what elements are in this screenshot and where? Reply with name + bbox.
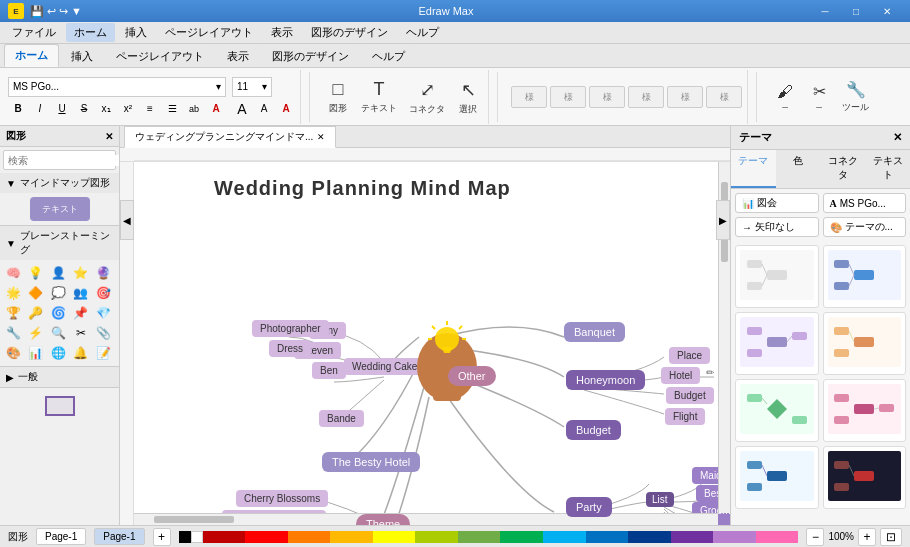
font-increase-button[interactable]: A <box>232 100 252 118</box>
horizontal-scroll-thumb[interactable] <box>154 516 234 523</box>
superscript-button[interactable]: x² <box>118 100 138 118</box>
node-budget-sub[interactable]: Budget <box>666 387 714 404</box>
brainstorm-item-15[interactable]: 💎 <box>94 304 112 322</box>
color-swatch-green2[interactable] <box>500 531 543 543</box>
node-hotel[interactable]: Hotel <box>661 367 700 384</box>
fit-page-button[interactable]: ⊡ <box>880 528 902 546</box>
more-icon[interactable]: ▼ <box>71 5 82 18</box>
color-swatch-black[interactable] <box>179 531 191 543</box>
list-button[interactable]: ≡ <box>140 100 160 118</box>
node-party[interactable]: Party <box>566 497 612 517</box>
search-input[interactable] <box>4 155 120 166</box>
theme-card-4[interactable] <box>823 312 907 375</box>
color-swatch-purple1[interactable] <box>671 531 714 543</box>
node-honeymoon[interactable]: Honeymoon <box>566 370 645 390</box>
ribbon-tab-help[interactable]: ヘルプ <box>361 45 416 67</box>
collapse-sidebar-btn[interactable]: ◀ <box>120 200 134 240</box>
horizontal-scrollbar[interactable] <box>134 513 718 525</box>
clear-button[interactable]: A <box>206 100 226 118</box>
brainstorm-item-21[interactable]: 🎨 <box>4 344 22 362</box>
brainstorm-item-17[interactable]: ⚡ <box>27 324 45 342</box>
brainstorm-item-6[interactable]: 🌟 <box>4 284 22 302</box>
node-list[interactable]: List <box>646 492 674 507</box>
ribbon-tab-page[interactable]: ページレイアウト <box>105 45 215 67</box>
menu-file[interactable]: ファイル <box>4 23 64 42</box>
brainstorm-item-22[interactable]: 📊 <box>27 344 45 362</box>
menu-shape-design[interactable]: 図形のデザイン <box>303 23 396 42</box>
zoom-out-button[interactable]: − <box>806 528 824 546</box>
brainstorm-item-2[interactable]: 💡 <box>27 264 45 282</box>
font-size-selector[interactable]: 11 ▾ <box>232 77 272 97</box>
node-dress[interactable]: Dress <box>269 340 311 357</box>
close-button[interactable]: ✕ <box>872 0 902 22</box>
brainstorm-item-5[interactable]: 🔮 <box>94 264 112 282</box>
color-swatch-yellow2[interactable] <box>415 531 458 543</box>
theme-opt-font[interactable]: A MS PGo... <box>823 193 907 213</box>
panel-section-header-brainstorm[interactable]: ▼ ブレーンストーミング <box>0 226 119 260</box>
theme-opt-style[interactable]: 🎨 テーマの... <box>823 217 907 237</box>
paint-button[interactable]: 🖌 ─ <box>769 70 801 124</box>
mindmap-shape-item[interactable]: テキスト <box>30 197 90 221</box>
brainstorm-item-11[interactable]: 🏆 <box>4 304 22 322</box>
color-swatch-yellow[interactable] <box>373 531 416 543</box>
menu-home[interactable]: ホーム <box>66 23 115 42</box>
canvas-scroll[interactable]: Wedding Planning Mind Map <box>134 162 730 525</box>
bold-button[interactable]: B <box>8 100 28 118</box>
panel-section-header-general[interactable]: ▶ 一般 <box>0 367 119 387</box>
brainstorm-item-8[interactable]: 💭 <box>49 284 67 302</box>
redo-icon[interactable]: ↪ <box>59 5 68 18</box>
color-swatch-green1[interactable] <box>458 531 501 543</box>
save-icon[interactable]: 💾 <box>30 5 44 18</box>
brainstorm-item-13[interactable]: 🌀 <box>49 304 67 322</box>
brainstorm-item-10[interactable]: 🎯 <box>94 284 112 302</box>
node-photographer[interactable]: Photographer <box>252 320 329 337</box>
search-box[interactable]: 🔍 <box>3 150 116 170</box>
panel-close-icon[interactable]: ✕ <box>105 131 113 142</box>
node-cherry[interactable]: Cherry Blossoms <box>236 490 328 507</box>
brainstorm-item-19[interactable]: ✂ <box>72 324 90 342</box>
node-besty-hotel[interactable]: The Besty Hotel <box>322 452 420 472</box>
color-swatch-purple2[interactable] <box>713 531 756 543</box>
brainstorm-item-23[interactable]: 🌐 <box>49 344 67 362</box>
color-swatch-blue1[interactable] <box>586 531 629 543</box>
page-tab-1[interactable]: Page-1 <box>36 528 86 545</box>
theme-card-6[interactable] <box>823 379 907 442</box>
color-swatch-orange1[interactable] <box>288 531 331 543</box>
style-preset-3[interactable]: 様 <box>589 86 625 108</box>
brainstorm-item-1[interactable]: 🧠 <box>4 264 22 282</box>
ribbon-tab-insert[interactable]: 挿入 <box>60 45 104 67</box>
style-preset-6[interactable]: 様 <box>706 86 742 108</box>
page-name[interactable]: Page-1 <box>94 528 144 545</box>
ribbon-tab-home[interactable]: ホーム <box>4 44 59 67</box>
brainstorm-item-12[interactable]: 🔑 <box>27 304 45 322</box>
undo-icon[interactable]: ↩ <box>47 5 56 18</box>
right-panel-close-icon[interactable]: ✕ <box>893 131 902 144</box>
color-swatch-red2[interactable] <box>245 531 288 543</box>
theme-card-8[interactable] <box>823 446 907 509</box>
style-preset-4[interactable]: 様 <box>628 86 664 108</box>
right-tab-text[interactable]: テキスト <box>865 150 910 188</box>
zoom-in-button[interactable]: + <box>858 528 876 546</box>
theme-opt-connector[interactable]: → 矢印なし <box>735 217 819 237</box>
ribbon-tab-design[interactable]: 図形のデザイン <box>261 45 360 67</box>
text-button[interactable]: T テキスト <box>356 70 402 124</box>
menu-insert[interactable]: 挿入 <box>117 23 155 42</box>
node-flight[interactable]: Flight <box>665 408 705 425</box>
minimize-button[interactable]: ─ <box>810 0 840 22</box>
tools-button[interactable]: 🔧 ツール <box>837 70 874 124</box>
menu-help[interactable]: ヘルプ <box>398 23 447 42</box>
brainstorm-item-9[interactable]: 👥 <box>72 284 90 302</box>
theme-card-5[interactable] <box>735 379 819 442</box>
node-ben[interactable]: Ben <box>312 362 346 379</box>
font-decrease-button[interactable]: A <box>254 100 274 118</box>
right-tab-color[interactable]: 色 <box>776 150 821 188</box>
strikethrough-button[interactable]: S <box>74 100 94 118</box>
right-tab-connector[interactable]: コネクタ <box>821 150 866 188</box>
shape-button[interactable]: □ 図形 <box>322 70 354 124</box>
underline-button[interactable]: U <box>52 100 72 118</box>
collapse-right-btn[interactable]: ▶ <box>716 200 730 240</box>
style-preset-5[interactable]: 様 <box>667 86 703 108</box>
hotel-edit-icon[interactable]: ✏ <box>706 367 714 378</box>
panel-section-header-mindmap[interactable]: ▼ マインドマップ図形 <box>0 173 119 193</box>
node-theme[interactable]: Theme <box>356 514 410 525</box>
